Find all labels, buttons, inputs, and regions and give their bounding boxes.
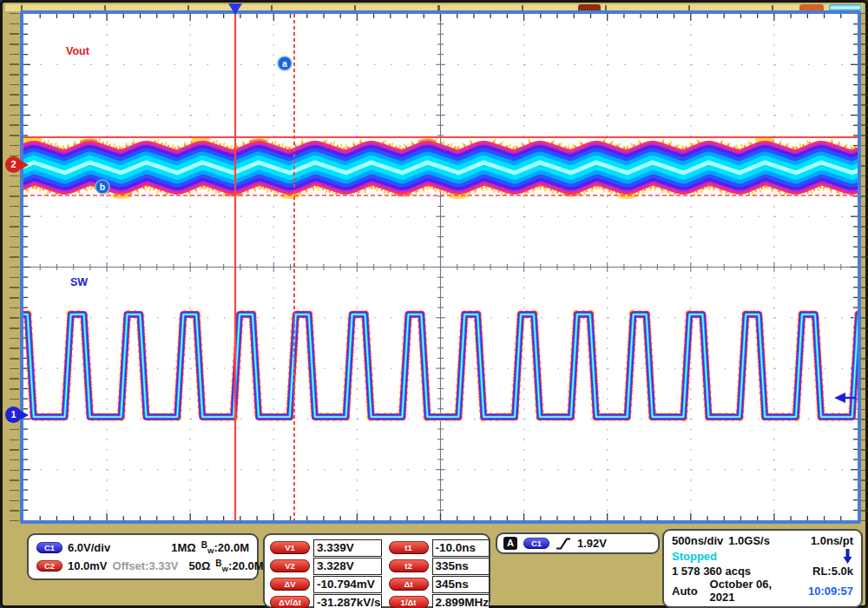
cursor-row-dvdt: ΔV/Δt -31.287kV/s xyxy=(270,594,382,608)
sample-rate: 1.0GS/s xyxy=(728,534,770,547)
bw-w: W xyxy=(222,565,229,573)
channel-1-bandwidth: BW:20.0M xyxy=(201,540,249,555)
svg-text:a: a xyxy=(282,58,287,69)
top-tab-orange[interactable] xyxy=(799,4,824,10)
right-frame-ticks xyxy=(861,13,868,522)
channel-2-offset: Offset:3.33V xyxy=(113,559,179,572)
svg-text:b: b xyxy=(100,182,105,192)
bw-value: :20.0M xyxy=(228,559,263,572)
cursor-a-handle[interactable]: a xyxy=(278,56,292,70)
channel-2-row[interactable]: C2 10.0mV Offset:3.33V 50Ω BW:20.0M xyxy=(36,558,249,573)
dt-value: 345ns xyxy=(432,576,490,593)
voltage-cursor-column: V1 3.339V V2 3.328V ΔV -10.794mV ΔV/Δt -… xyxy=(270,539,382,603)
timebase-scale: 500ns/div xyxy=(672,534,723,547)
channel-1-scale: 6.0V/div xyxy=(68,541,110,554)
t1-value: -10.0ns xyxy=(432,539,490,557)
channel-2-reference-marker[interactable]: 2 xyxy=(5,156,22,173)
v2-badge: V2 xyxy=(270,559,310,572)
v1-badge: V1 xyxy=(270,541,310,554)
bw-b: B xyxy=(215,558,221,568)
top-tab-maroon[interactable] xyxy=(578,4,601,10)
cursor-row-dt: Δt 345ns xyxy=(389,576,490,592)
trigger-source-badge: C1 xyxy=(523,538,549,549)
t2-badge: t2 xyxy=(389,559,429,572)
acquisition-status: Stopped xyxy=(672,550,717,563)
channel-1-impedance: 1MΩ xyxy=(171,541,195,554)
sample-resolution: 1.0ns/pt xyxy=(811,534,853,547)
record-length: RL:5.0k xyxy=(812,565,853,578)
bw-w: W xyxy=(207,547,214,555)
channel-2-scale: 10.0mV xyxy=(68,559,108,572)
channel-settings-panel[interactable]: C1 6.0V/div 1MΩ BW:20.0M C2 10.0mV Offse… xyxy=(27,533,259,580)
1dt-badge: 1/Δt xyxy=(389,596,429,608)
dv-value: -10.794mV xyxy=(313,576,382,593)
channel-2-impedance: 50Ω xyxy=(188,559,210,572)
cursor-row-v2: V2 3.328V xyxy=(270,558,382,574)
run-stop-arrow-icon xyxy=(842,547,853,565)
cursor-row-v1: V1 3.339V xyxy=(270,539,382,556)
dvdt-badge: ΔV/Δt xyxy=(270,596,310,608)
waveform-display: VoutSWab xyxy=(20,10,861,524)
trigger-panel[interactable]: A C1 1.92V xyxy=(496,532,660,554)
channel-1-reference-marker[interactable]: 1 xyxy=(5,406,22,423)
dvdt-value: -31.287kV/s xyxy=(313,594,382,608)
trigger-mode: Auto xyxy=(672,585,698,598)
channel-1-badge[interactable]: C1 xyxy=(36,542,62,553)
cursor-row-t2: t2 335ns xyxy=(389,558,490,574)
cursor-row-dv: ΔV -10.794mV xyxy=(270,576,382,592)
top-tab-cyan[interactable] xyxy=(829,4,862,10)
v1-value: 3.339V xyxy=(313,539,382,557)
cursor-row-t1: t1 -10.0ns xyxy=(389,539,490,556)
horizontal-panel[interactable]: 500ns/div 1.0GS/s 1.0ns/pt Stopped 1 578… xyxy=(662,529,863,608)
rising-edge-icon xyxy=(556,537,571,551)
timebase-row: 500ns/div 1.0GS/s 1.0ns/pt xyxy=(672,534,853,547)
datetime-row: Auto October 06, 2021 10:09:57 xyxy=(672,578,853,604)
sw-label: SW xyxy=(70,276,88,288)
channel-2-bandwidth: BW:20.0M xyxy=(215,558,263,573)
dt-badge: Δt xyxy=(389,578,429,591)
left-frame-ticks xyxy=(10,13,19,522)
trigger-mode-badge: A xyxy=(503,537,517,550)
bw-b: B xyxy=(201,540,207,550)
1dt-value: 2.899MHz xyxy=(432,594,490,608)
scope-frame: VoutSWab 2 1 C1 6.0V/div 1MΩ BW:20.0M C2… xyxy=(0,0,868,608)
date: October 06, 2021 xyxy=(710,578,798,604)
cursor-row-freq: 1/Δt 2.899MHz xyxy=(389,594,490,608)
t1-badge: t1 xyxy=(389,541,429,554)
acquisition-status-row: Stopped xyxy=(672,547,853,565)
oscilloscope-screen: VoutSWab 2 1 C1 6.0V/div 1MΩ BW:20.0M C2… xyxy=(0,0,868,608)
channel-1-row[interactable]: C1 6.0V/div 1MΩ BW:20.0M xyxy=(36,540,249,555)
trigger-level: 1.92V xyxy=(577,537,607,550)
vout-label: Vout xyxy=(66,45,90,57)
clock-time: 10:09:57 xyxy=(808,585,853,598)
acquisition-count-row: 1 578 360 acqs RL:5.0k xyxy=(672,565,853,578)
bw-value: :20.0M xyxy=(214,541,249,554)
acquisition-count: 1 578 360 acqs xyxy=(672,565,751,578)
trigger-position-marker[interactable] xyxy=(228,3,242,15)
dv-badge: ΔV xyxy=(270,578,310,591)
cursor-b-handle[interactable]: b xyxy=(95,180,109,194)
time-cursor-column: t1 -10.0ns t2 335ns Δt 345ns 1/Δt 2.899M… xyxy=(389,539,490,603)
v2-value: 3.328V xyxy=(313,558,382,575)
t2-value: 335ns xyxy=(432,558,490,575)
cursor-readout-panel[interactable]: V1 3.339V V2 3.328V ΔV -10.794mV ΔV/Δt -… xyxy=(263,533,490,608)
channel-2-badge[interactable]: C2 xyxy=(36,560,62,572)
